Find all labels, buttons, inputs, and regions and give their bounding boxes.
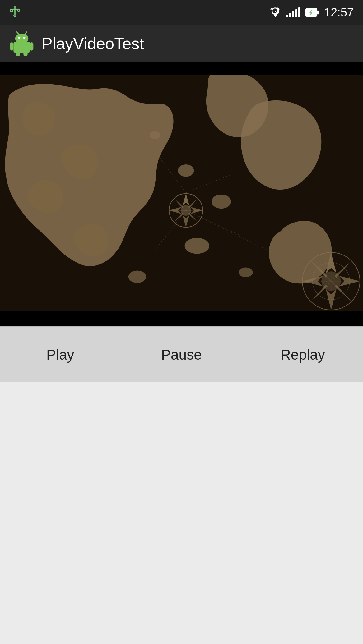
signal-bars-icon bbox=[286, 7, 300, 17]
video-area bbox=[0, 75, 363, 311]
svg-rect-58 bbox=[0, 75, 363, 311]
play-button[interactable]: Play bbox=[0, 327, 121, 382]
svg-line-11 bbox=[25, 32, 27, 34]
svg-point-8 bbox=[18, 37, 21, 39]
content-area bbox=[0, 382, 363, 644]
svg-line-10 bbox=[17, 32, 18, 34]
button-row: Play Pause Replay bbox=[0, 326, 363, 382]
pause-button[interactable]: Pause bbox=[121, 327, 243, 382]
svg-rect-14 bbox=[16, 52, 20, 56]
status-time: 12:57 bbox=[324, 6, 354, 19]
alarm-icon bbox=[269, 7, 281, 18]
app-title: PlayVideoTest bbox=[42, 34, 144, 53]
svg-point-7 bbox=[15, 34, 29, 44]
svg-rect-13 bbox=[30, 42, 34, 51]
status-bar-left bbox=[9, 6, 21, 19]
android-logo bbox=[9, 31, 34, 56]
map-svg bbox=[0, 75, 363, 311]
status-bar: 12:57 bbox=[0, 0, 363, 25]
battery-icon bbox=[305, 7, 319, 18]
replay-button[interactable]: Replay bbox=[242, 327, 363, 382]
svg-rect-15 bbox=[23, 52, 27, 56]
black-band-bottom bbox=[0, 311, 363, 326]
black-band-top bbox=[0, 62, 363, 75]
svg-point-3 bbox=[17, 9, 20, 12]
usb-icon bbox=[9, 6, 21, 19]
svg-rect-2 bbox=[10, 9, 12, 12]
svg-point-9 bbox=[23, 37, 26, 39]
svg-rect-12 bbox=[10, 42, 14, 51]
status-bar-right: 12:57 bbox=[269, 6, 354, 19]
title-bar: PlayVideoTest bbox=[0, 25, 363, 62]
svg-rect-5 bbox=[317, 11, 319, 15]
